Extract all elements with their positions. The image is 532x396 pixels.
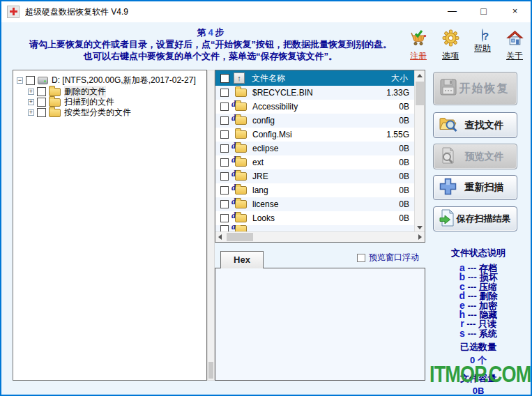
file-name: license xyxy=(252,199,278,209)
folder-icon: d xyxy=(235,225,247,231)
scroll-down-icon[interactable] xyxy=(417,226,423,229)
horizontal-scrollbar[interactable] xyxy=(215,231,425,242)
row-checkbox[interactable] xyxy=(220,89,229,97)
scroll-up-icon[interactable] xyxy=(417,74,423,77)
expand-icon[interactable] xyxy=(28,89,34,95)
row-checkbox[interactable] xyxy=(220,214,229,222)
file-list-header: ↑ 文件名称 大小 xyxy=(215,70,425,86)
expand-icon[interactable] xyxy=(28,99,34,105)
table-row[interactable]: d xyxy=(215,225,414,231)
row-checkbox[interactable] xyxy=(220,144,229,153)
table-row[interactable]: d JRE 0B xyxy=(215,169,414,183)
search-file-icon xyxy=(439,115,458,136)
row-checkbox[interactable] xyxy=(220,200,229,208)
register-button[interactable]: 注册 xyxy=(406,29,430,62)
app-icon xyxy=(7,6,20,18)
close-button[interactable]: × xyxy=(499,1,531,22)
folder-flag: d xyxy=(231,211,236,221)
preview-file-icon xyxy=(439,146,458,167)
legend-item: r --- 只读 xyxy=(427,319,530,328)
file-size: 0B xyxy=(399,102,409,112)
table-row[interactable]: d ext 0B xyxy=(215,155,414,169)
row-checkbox[interactable] xyxy=(220,186,229,195)
gear-icon xyxy=(442,29,459,47)
row-checkbox[interactable] xyxy=(220,225,229,231)
tree-checkbox-drive[interactable] xyxy=(26,76,35,85)
folder-flag: d xyxy=(231,99,236,109)
file-size: 0B xyxy=(399,158,409,167)
tree-checkbox[interactable] xyxy=(37,87,46,96)
preview-float-checkbox[interactable]: 预览窗口浮动 xyxy=(357,252,419,264)
preview-file-button[interactable]: 预览文件 xyxy=(433,144,517,169)
legend-item: b --- 损坏 xyxy=(427,273,530,282)
select-all-checkbox[interactable] xyxy=(220,74,229,83)
legend-title: 文件状态说明 xyxy=(427,247,530,259)
instruction-line-1: 请勾上要恢复的文件或者目录，设置好后，点“开始恢复”按钮，把数据批量恢复到别的盘… xyxy=(1,38,420,51)
horizontal-scroll-thumb[interactable] xyxy=(227,233,253,241)
table-row[interactable]: d Accessibility 0B xyxy=(215,100,414,114)
minimize-button[interactable]: — xyxy=(436,1,468,22)
column-header-name[interactable]: 文件名称 xyxy=(252,73,285,84)
legend-item: d --- 删除 xyxy=(427,291,530,300)
file-name: eclipse xyxy=(252,144,278,153)
vertical-scroll-thumb[interactable] xyxy=(416,82,424,105)
folder-icon xyxy=(49,98,61,107)
row-checkbox[interactable] xyxy=(220,158,229,167)
file-size: 0B xyxy=(399,116,409,125)
file-size: 0B xyxy=(399,213,409,223)
tree-item-drive[interactable]: D: [NTFS,200.00G,新加卷,2017-02-27] xyxy=(17,74,206,86)
file-name: JRE xyxy=(252,172,268,181)
row-checkbox[interactable] xyxy=(220,102,229,111)
table-row[interactable]: d lang 0B xyxy=(215,183,414,197)
help-icon xyxy=(482,29,483,42)
table-row[interactable]: Config.Msi 1.55G xyxy=(215,128,414,142)
maximize-button[interactable]: □ xyxy=(468,1,499,22)
folder-icon xyxy=(49,109,61,117)
help-button[interactable]: 帮助 xyxy=(471,29,494,62)
table-row[interactable]: d Looks 0B xyxy=(215,211,414,225)
save-scan-results-button[interactable]: 保存扫描结果 xyxy=(433,206,517,231)
checkbox[interactable] xyxy=(357,254,365,262)
table-row[interactable]: $RECYCLE.BIN 1.33G xyxy=(215,86,414,100)
table-row[interactable]: d config 0B xyxy=(215,114,414,128)
column-header-size[interactable]: 大小 xyxy=(391,73,408,84)
tree-checkbox[interactable] xyxy=(37,98,46,107)
folder-icon xyxy=(49,88,61,96)
row-checkbox[interactable] xyxy=(220,130,229,139)
row-checkbox[interactable] xyxy=(220,116,229,125)
tree-item-deleted-files[interactable]: 删除的文件 xyxy=(17,86,206,97)
scroll-right-icon[interactable] xyxy=(418,234,422,240)
rescan-icon xyxy=(439,177,457,199)
help-label: 帮助 xyxy=(471,43,494,54)
rescan-button[interactable]: 重新扫描 xyxy=(433,175,517,200)
options-button[interactable]: 选项 xyxy=(439,29,462,62)
folder-flag: d xyxy=(231,141,236,151)
row-checkbox[interactable] xyxy=(220,172,229,181)
tree-scrollbar[interactable] xyxy=(207,70,215,381)
expand-icon[interactable] xyxy=(28,109,34,116)
about-button[interactable]: 关于 xyxy=(503,29,526,62)
window-title: 超级硬盘数据恢复软件 V4.9 xyxy=(25,1,128,22)
file-size: 0B xyxy=(399,199,409,209)
table-row[interactable]: d eclipse 0B xyxy=(215,142,414,155)
file-size: 1.55G xyxy=(386,130,409,139)
title-bar: 超级硬盘数据恢复软件 V4.9 — □ × xyxy=(1,1,531,22)
collapse-icon[interactable] xyxy=(17,77,23,84)
hex-preview-area xyxy=(215,268,425,381)
scroll-left-icon[interactable] xyxy=(218,234,222,240)
start-recovery-button[interactable]: 开始恢复 xyxy=(433,72,517,105)
folder-flag: d xyxy=(231,169,236,179)
tree-item-files-by-type[interactable]: 按类型分类的文件 xyxy=(17,107,206,118)
tab-hex[interactable]: Hex xyxy=(220,251,264,268)
tree-item-scanned-files[interactable]: 扫描到的文件 xyxy=(17,97,206,107)
folder-up-icon[interactable]: ↑ xyxy=(234,73,245,84)
file-name: Config.Msi xyxy=(252,130,292,139)
table-row[interactable]: d license 0B xyxy=(215,197,414,211)
vertical-scrollbar[interactable] xyxy=(414,70,425,233)
start-recovery-icon xyxy=(439,77,458,100)
file-name: Accessibility xyxy=(252,102,298,112)
about-label: 关于 xyxy=(503,50,526,62)
tree-checkbox[interactable] xyxy=(37,108,46,117)
folder-flag: d xyxy=(231,183,236,193)
search-file-button[interactable]: 查找文件 xyxy=(433,112,517,138)
